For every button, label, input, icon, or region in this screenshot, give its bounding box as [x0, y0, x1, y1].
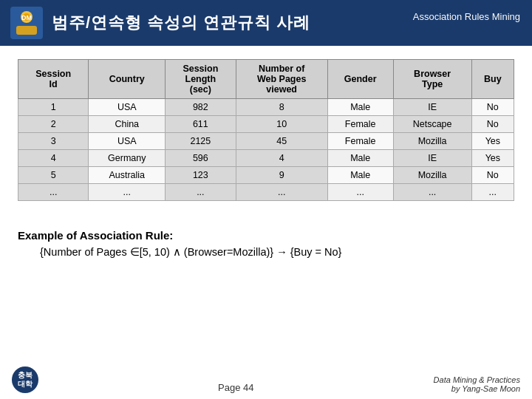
page-title: 범주/연속형 속성의 연관규칙 사례	[52, 12, 310, 34]
table-cell: ...	[236, 184, 327, 201]
table-cell: Yes	[471, 150, 514, 167]
table-cell: 4	[236, 150, 327, 167]
col-header-session-length: SessionLength(sec)	[166, 60, 236, 99]
table-row: .....................	[18, 184, 514, 201]
col-header-browser-type: BrowserType	[393, 60, 471, 99]
footer-logo: 충북대학	[12, 366, 38, 393]
table-cell: 8	[236, 99, 327, 116]
table-cell: Male	[327, 99, 393, 116]
footer: 충북대학 Page 44 Data Mining & Practices by …	[0, 362, 532, 399]
table-cell: Mozilla	[393, 133, 471, 150]
table-cell: Male	[327, 167, 393, 184]
table-cell: No	[471, 116, 514, 133]
table-cell: 2125	[166, 133, 236, 150]
table-cell: 9	[236, 167, 327, 184]
table-cell: ...	[166, 184, 236, 201]
table-cell: China	[89, 116, 166, 133]
table-cell: No	[471, 99, 514, 116]
table-cell: ...	[18, 184, 89, 201]
table-cell: Australia	[89, 167, 166, 184]
table-cell: 5	[18, 167, 89, 184]
table-cell: 10	[236, 116, 327, 133]
table-cell: ...	[393, 184, 471, 201]
table-row: 3USA212545FemaleMozillaYes	[18, 133, 514, 150]
table-cell: 3	[18, 133, 89, 150]
header-icon: DM	[10, 7, 43, 39]
table-cell: Female	[327, 116, 393, 133]
svg-text:DM: DM	[21, 14, 32, 21]
footer-page-number: Page 44	[38, 382, 434, 393]
table-row: 5Australia1239MaleMozillaNo	[18, 167, 514, 184]
table-cell: ...	[89, 184, 166, 201]
table-cell: 596	[166, 150, 236, 167]
table-cell: 45	[236, 133, 327, 150]
table-cell: Mozilla	[393, 167, 471, 184]
table-cell: Netscape	[393, 116, 471, 133]
table-cell: 123	[166, 167, 236, 184]
col-header-web-pages: Number ofWeb Pagesviewed	[236, 60, 327, 99]
footer-logo-icon: 충북대학	[12, 366, 38, 393]
example-rule: {Number of Pages ∈[5, 10) ∧ (Browser=Moz…	[40, 246, 514, 258]
col-header-buy: Buy	[471, 60, 514, 99]
table-cell: 1	[18, 99, 89, 116]
example-title: Example of Association Rule:	[18, 229, 514, 242]
page-header: DM 범주/연속형 속성의 연관규칙 사례 Association Rules …	[0, 0, 532, 46]
table-cell: ...	[471, 184, 514, 201]
svg-rect-2	[16, 26, 37, 35]
data-table: SessionId Country SessionLength(sec) Num…	[18, 59, 514, 201]
table-body: 1USA9828MaleIENo2China61110FemaleNetscap…	[18, 99, 514, 201]
table-cell: USA	[89, 133, 166, 150]
table-cell: Germany	[89, 150, 166, 167]
col-header-session-id: SessionId	[18, 60, 89, 99]
main-content: SessionId Country SessionLength(sec) Num…	[0, 46, 532, 223]
table-row: 1USA9828MaleIENo	[18, 99, 514, 116]
table-cell: 4	[18, 150, 89, 167]
table-cell: Female	[327, 133, 393, 150]
table-row: 4Germany5964MaleIEYes	[18, 150, 514, 167]
col-header-country: Country	[89, 60, 166, 99]
table-cell: USA	[89, 99, 166, 116]
header-subtitle: Association Rules Mining	[413, 10, 520, 24]
footer-credit: Data Mining & Practices by Yang-Sae Moon	[434, 375, 520, 393]
table-cell: No	[471, 167, 514, 184]
table-cell: 2	[18, 116, 89, 133]
table-cell: IE	[393, 150, 471, 167]
table-cell: ...	[327, 184, 393, 201]
example-section: Example of Association Rule: {Number of …	[0, 223, 532, 262]
table-cell: Male	[327, 150, 393, 167]
col-header-gender: Gender	[327, 60, 393, 99]
table-cell: IE	[393, 99, 471, 116]
table-row: 2China61110FemaleNetscapeNo	[18, 116, 514, 133]
table-cell: 982	[166, 99, 236, 116]
table-cell: Yes	[471, 133, 514, 150]
table-cell: 611	[166, 116, 236, 133]
